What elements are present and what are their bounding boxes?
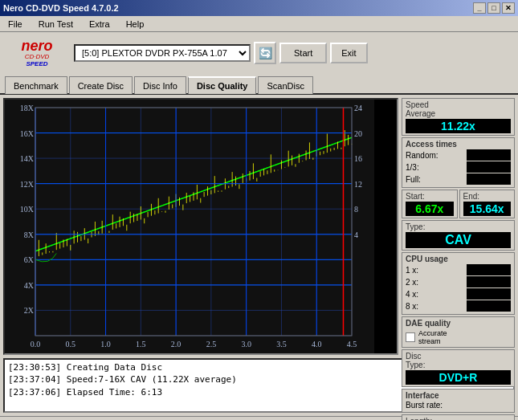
accurate-stream-label: Accuratestream [418, 329, 447, 345]
disc-type-box: Disc Type: DVD+R [402, 349, 515, 387]
cpu-1x-row: 1 x: [406, 264, 511, 275]
logo-speed: SPEED [26, 60, 47, 67]
menu-bar: File Run Test Extra Help [0, 16, 518, 32]
access-times-title: Access times [406, 140, 511, 149]
random-label: Random: [406, 151, 438, 160]
cpu-1x-value [467, 264, 511, 275]
access-times-box: Access times Random: 1/3: Full: [402, 137, 515, 188]
right-panel: Speed Average 11.22x Access times Random… [402, 95, 518, 358]
length-label: Length: [406, 417, 511, 420]
refresh-icon-btn[interactable]: 🔄 [254, 42, 276, 64]
tab-create-disc[interactable]: Create Disc [69, 76, 133, 94]
type-box: Type: CAV [402, 220, 515, 251]
cpu-4x-label: 4 x: [406, 290, 418, 299]
logo: nero CD·DVD SPEED [5, 39, 69, 67]
cpu-2x-row: 2 x: [406, 276, 511, 287]
tab-disc-quality[interactable]: Disc Quality [188, 76, 257, 94]
end-value: 15.64x [463, 202, 512, 216]
disc-type-sub-label: Type: [406, 361, 511, 369]
tab-scan-disc[interactable]: ScanDisc [258, 76, 312, 94]
cpu-8x-value [467, 300, 511, 312]
speed-average-box: Speed Average 11.22x [402, 98, 515, 136]
cpu-2x-label: 2 x: [406, 278, 418, 287]
menu-file[interactable]: File [3, 18, 27, 31]
drive-select[interactable]: [5:0] PLEXTOR DVDR PX-755A 1.07 [74, 44, 251, 62]
exit-button[interactable]: Exit [330, 43, 367, 63]
menu-help[interactable]: Help [121, 18, 149, 31]
accurate-stream-row: Accuratestream [406, 329, 511, 345]
cpu-4x-row: 4 x: [406, 288, 511, 300]
one-third-value [467, 161, 511, 173]
cpu-4x-value [467, 288, 511, 300]
cpu-8x-label: 8 x: [406, 302, 418, 311]
length-box: Length: 4.38 GB [402, 414, 515, 420]
full-value [467, 173, 511, 185]
accurate-stream-checkbox[interactable] [406, 332, 415, 342]
maximize-btn[interactable]: □ [487, 2, 500, 14]
random-value [467, 149, 511, 161]
disc-type-value: DVD+R [406, 370, 511, 385]
tab-disc-info[interactable]: Disc Info [134, 76, 186, 94]
burst-rate-row: Burst rate: [406, 401, 511, 410]
chart-area [3, 98, 398, 355]
cpu-usage-box: CPU usage 1 x: 2 x: 4 x: 8 x: [402, 252, 515, 315]
dae-title: DAE quality [406, 319, 511, 328]
average-label: Average [406, 109, 511, 118]
one-third-row: 1/3: [406, 161, 511, 173]
start-end-area: Start: 6.67x End: 15.64x [402, 190, 515, 218]
minimize-btn[interactable]: _ [473, 2, 486, 14]
full-label: Full: [406, 175, 421, 184]
app-title: Nero CD-DVD Speed 4.7.0.2 [3, 3, 119, 13]
logo-cd-dvd: CD·DVD [25, 53, 50, 60]
start-button[interactable]: Start [279, 43, 327, 63]
header-area: nero CD·DVD SPEED [5:0] PLEXTOR DVDR PX-… [0, 32, 518, 74]
burst-rate-label: Burst rate: [406, 401, 443, 410]
average-value: 11.22x [406, 119, 511, 133]
cpu-2x-value [467, 276, 511, 287]
drive-select-area: [5:0] PLEXTOR DVDR PX-755A 1.07 🔄 Start … [74, 42, 513, 64]
interface-title: Interface [406, 391, 511, 400]
type-value: CAV [406, 232, 511, 248]
nero-logo: nero [21, 39, 52, 53]
menu-extra[interactable]: Extra [84, 18, 115, 31]
start-value: 6.67x [406, 202, 454, 216]
main-content: Speed Average 11.22x Access times Random… [0, 93, 518, 358]
close-btn[interactable]: ✕ [502, 2, 515, 14]
tabs-area: Benchmark Create Disc Disc Info Disc Qua… [0, 74, 518, 93]
menu-run-test[interactable]: Run Test [34, 18, 78, 31]
tab-benchmark[interactable]: Benchmark [5, 76, 67, 94]
end-box: End: 15.64x [459, 190, 516, 218]
disc-type-label: Disc [406, 352, 511, 361]
start-label: Start: [406, 192, 454, 201]
speed-label: Speed [406, 100, 511, 109]
start-box: Start: 6.67x [402, 190, 458, 218]
interface-box: Interface Burst rate: [402, 389, 515, 413]
one-third-label: 1/3: [406, 163, 419, 172]
full-row: Full: [406, 173, 511, 185]
end-label: End: [463, 192, 512, 201]
cpu-8x-row: 8 x: [406, 300, 511, 312]
cpu-1x-label: 1 x: [406, 266, 418, 275]
cpu-usage-title: CPU usage [406, 255, 511, 263]
random-row: Random: [406, 149, 511, 161]
type-label: Type: [406, 222, 511, 231]
title-bar: Nero CD-DVD Speed 4.7.0.2 _ □ ✕ [0, 0, 518, 16]
dae-quality-box: DAE quality Accuratestream [402, 316, 515, 348]
window-controls: _ □ ✕ [473, 2, 515, 14]
